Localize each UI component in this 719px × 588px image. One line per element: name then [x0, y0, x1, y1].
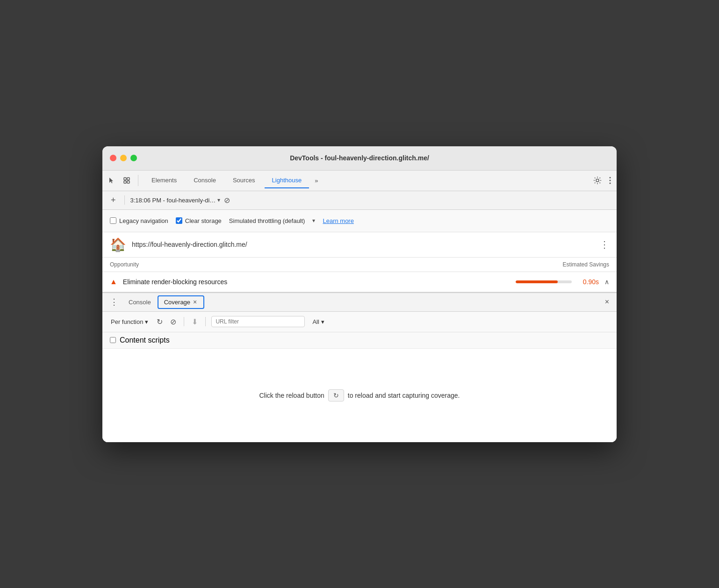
close-panel-button[interactable]: ×	[601, 296, 613, 308]
reload-icon-button[interactable]: ↻	[155, 316, 165, 328]
tab-elements[interactable]: Elements	[144, 173, 184, 188]
toolbar-divider-2	[205, 317, 206, 326]
toolbar-divider	[184, 317, 184, 326]
title-bar: DevTools - foul-heavenly-direction.glitc…	[102, 146, 617, 171]
results-header: Opportunity Estimated Savings	[102, 258, 617, 272]
lighthouse-url-text: https://foul-heavenly-direction.glitch.m…	[132, 241, 594, 248]
clear-storage-option[interactable]: Clear storage	[176, 217, 222, 224]
audit-time: 0.90s	[576, 278, 599, 286]
svg-point-7	[610, 183, 611, 184]
devtools-tab-bar: Elements Console Sources Lighthouse »	[102, 171, 617, 191]
coverage-tab-active[interactable]: Coverage ×	[158, 295, 205, 309]
coverage-panel: ⋮ Console Coverage × × Per function ▾ ↻ …	[102, 292, 617, 442]
learn-more-button[interactable]: Learn more	[323, 217, 353, 224]
block-icon[interactable]: ⊘	[224, 196, 230, 205]
audit-bar-container: 0.90s	[516, 278, 599, 286]
svg-rect-2	[124, 181, 126, 183]
tab-sources[interactable]: Sources	[225, 173, 263, 188]
settings-icon[interactable]	[591, 174, 604, 186]
address-bar: + 3:18:06 PM - foul-heavenly-di… ▾ ⊘	[102, 191, 617, 210]
opportunity-label: Opportunity	[110, 261, 139, 268]
block-coverage-icon[interactable]: ⊘	[168, 316, 178, 328]
svg-rect-3	[127, 181, 129, 183]
clear-storage-checkbox[interactable]	[176, 217, 182, 224]
address-dropdown-arrow[interactable]: ▾	[217, 197, 220, 203]
coverage-main-area: Click the reload button ↻ to reload and …	[102, 349, 617, 442]
tab-more-button[interactable]: »	[311, 175, 322, 186]
svg-point-5	[610, 177, 611, 179]
content-scripts-label: Content scripts	[120, 336, 170, 344]
throttling-dropdown-arrow[interactable]: ▾	[312, 217, 315, 224]
svg-point-6	[610, 180, 611, 181]
reload-message-prefix: Click the reload button	[259, 392, 324, 399]
lighthouse-url-bar: 🏠 https://foul-heavenly-direction.glitch…	[102, 232, 617, 258]
per-function-arrow: ▾	[145, 318, 148, 325]
close-button[interactable]	[110, 155, 116, 161]
close-coverage-tab-button[interactable]: ×	[192, 299, 198, 305]
inline-reload-button[interactable]: ↻	[328, 389, 344, 402]
svg-rect-1	[127, 178, 129, 180]
add-tab-icon[interactable]: +	[108, 194, 119, 206]
audit-row: ▲ Eliminate render-blocking resources 0.…	[102, 272, 617, 292]
audit-title: Eliminate render-blocking resources	[123, 278, 510, 286]
content-scripts-row: Content scripts	[102, 332, 617, 349]
per-function-label: Per function	[111, 318, 143, 325]
maximize-button[interactable]	[130, 155, 137, 161]
throttling-label: Simulated throttling (default)	[229, 217, 305, 224]
lighthouse-more-button[interactable]: ⋮	[600, 239, 609, 250]
warning-icon: ▲	[110, 278, 117, 286]
tab-icons-group	[106, 175, 138, 186]
legacy-navigation-option[interactable]: Legacy navigation	[110, 217, 168, 224]
per-function-dropdown[interactable]: Per function ▾	[108, 316, 151, 327]
download-button[interactable]: ⬇	[190, 316, 200, 328]
window-controls	[110, 155, 137, 161]
svg-point-4	[596, 179, 599, 182]
addr-divider	[124, 195, 125, 205]
tab-settings-group	[591, 174, 613, 186]
tab-lighthouse[interactable]: Lighthouse	[265, 173, 309, 188]
tab-console[interactable]: Console	[186, 173, 223, 188]
minimize-button[interactable]	[120, 155, 127, 161]
window-title: DevTools - foul-heavenly-direction.glitc…	[290, 154, 429, 162]
estimated-savings-label: Estimated Savings	[563, 261, 609, 268]
audit-expand-icon[interactable]: ∧	[604, 278, 609, 286]
reload-message-suffix: to reload and start capturing coverage.	[348, 392, 460, 399]
inspect-icon[interactable]	[121, 175, 132, 186]
kebab-menu-icon[interactable]	[607, 175, 613, 186]
audit-bar	[516, 280, 572, 283]
coverage-tab-bar: ⋮ Console Coverage × ×	[102, 293, 617, 312]
coverage-tab-label-text: Coverage	[164, 299, 190, 306]
reload-message: Click the reload button ↻ to reload and …	[259, 389, 460, 402]
options-bar: Legacy navigation Clear storage Simulate…	[102, 210, 617, 232]
console-tab[interactable]: Console	[122, 296, 158, 308]
coverage-more-button[interactable]: ⋮	[106, 295, 122, 309]
lighthouse-icon: 🏠	[110, 237, 126, 252]
svg-rect-0	[124, 178, 126, 180]
devtools-window: DevTools - foul-heavenly-direction.glitc…	[102, 146, 617, 442]
all-filter-dropdown[interactable]: All ▾	[309, 316, 328, 327]
audit-bar-fill	[516, 280, 558, 283]
content-scripts-checkbox[interactable]	[110, 337, 116, 343]
cursor-icon[interactable]	[106, 175, 117, 186]
coverage-toolbar: Per function ▾ ↻ ⊘ ⬇ All ▾	[102, 312, 617, 332]
url-filter-input[interactable]	[211, 316, 305, 327]
address-url-text: 3:18:06 PM - foul-heavenly-di… ▾	[130, 197, 221, 204]
legacy-navigation-checkbox[interactable]	[110, 217, 116, 224]
